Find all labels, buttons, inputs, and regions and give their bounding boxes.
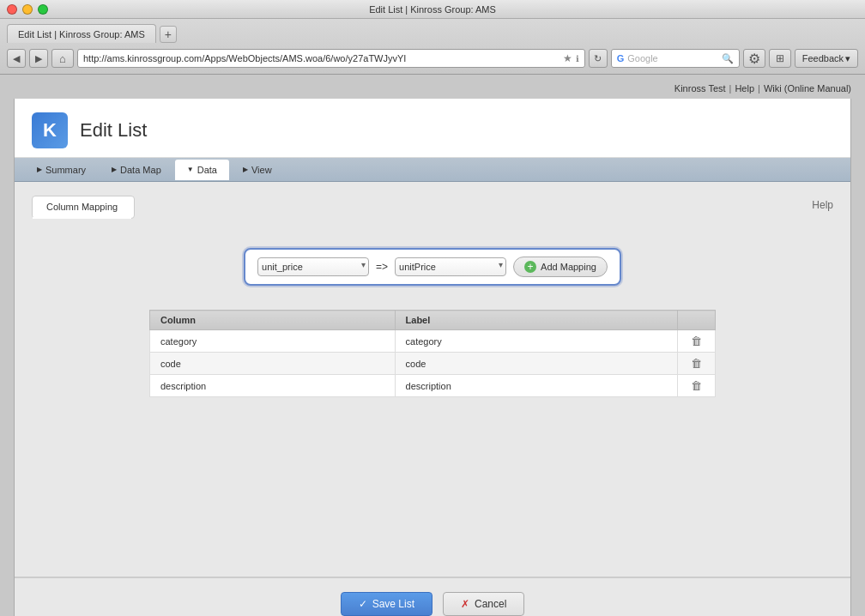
google-icon: G bbox=[617, 53, 625, 63]
maximize-button[interactable] bbox=[38, 4, 48, 15]
table-row: description description 🗑 bbox=[150, 375, 716, 397]
page-top: K Edit List bbox=[15, 99, 850, 158]
page-title: Edit List bbox=[80, 119, 147, 142]
cell-label-2: description bbox=[395, 375, 678, 397]
add-icon: + bbox=[524, 261, 536, 273]
separator: | bbox=[729, 83, 732, 94]
search-bar[interactable]: G Google 🔍 bbox=[611, 49, 740, 68]
window-controls bbox=[7, 4, 48, 15]
col-header-column: Column bbox=[150, 311, 396, 330]
cancel-x-icon: ✗ bbox=[461, 598, 469, 610]
datamap-tri-icon: ▶ bbox=[112, 166, 117, 173]
table-row: category category 🗑 bbox=[150, 330, 716, 353]
cell-column-2: description bbox=[150, 375, 396, 397]
grid-button[interactable]: ⊞ bbox=[769, 49, 791, 68]
column-mapping-tab[interactable]: Column Mapping bbox=[32, 196, 135, 219]
info-icon: ℹ bbox=[576, 54, 579, 63]
tab-view[interactable]: ▶ View bbox=[231, 160, 284, 180]
browser-tab[interactable]: Edit List | Kinross Group: AMS bbox=[7, 24, 156, 43]
addon-button[interactable]: ⚙ bbox=[743, 49, 765, 68]
from-column-select[interactable]: unit_price category code description bbox=[257, 257, 369, 276]
forward-button[interactable]: ▶ bbox=[29, 49, 48, 68]
save-checkmark-icon: ✓ bbox=[359, 598, 367, 610]
feedback-dropdown-icon: ▾ bbox=[845, 53, 850, 64]
window-title: Edit List | Kinross Group: AMS bbox=[369, 4, 496, 15]
save-list-button[interactable]: ✓ Save List bbox=[341, 592, 432, 616]
cancel-button[interactable]: ✗ Cancel bbox=[443, 592, 524, 616]
add-mapping-button[interactable]: + Add Mapping bbox=[513, 257, 608, 277]
feedback-label: Feedback bbox=[802, 53, 844, 63]
home-button[interactable]: ⌂ bbox=[51, 49, 74, 68]
cancel-label: Cancel bbox=[475, 598, 506, 610]
logo-letter: K bbox=[43, 119, 57, 142]
feedback-button[interactable]: Feedback ▾ bbox=[795, 49, 858, 68]
tab-summary-label: Summary bbox=[45, 165, 86, 175]
to-column-select[interactable]: unitPrice category code description bbox=[395, 257, 506, 276]
main-area: Column Mapping Help unit_price category … bbox=[15, 182, 850, 577]
browser-chrome: Edit List | Kinross Group: AMS + ◀ ▶ ⌂ h… bbox=[0, 19, 865, 75]
cell-action-0: 🗑 bbox=[678, 330, 716, 353]
cell-action-1: 🗑 bbox=[678, 353, 716, 375]
title-bar: Edit List | Kinross Group: AMS bbox=[0, 0, 865, 19]
tab-bar: Edit List | Kinross Group: AMS + bbox=[0, 19, 865, 43]
cell-column-0: category bbox=[150, 330, 396, 353]
add-mapping-label: Add Mapping bbox=[541, 262, 596, 272]
col-header-label: Label bbox=[395, 311, 678, 330]
wiki-link[interactable]: Wiki (Online Manual) bbox=[764, 83, 851, 94]
tab-datamap-label: Data Map bbox=[120, 165, 161, 175]
help-link[interactable]: Help bbox=[735, 83, 754, 94]
tab-view-label: View bbox=[251, 165, 272, 175]
tab-datamap[interactable]: ▶ Data Map bbox=[100, 160, 173, 180]
address-text: http://ams.kinrossgroup.com/Apps/WebObje… bbox=[83, 53, 560, 63]
tab-data[interactable]: ▼ Data bbox=[175, 160, 229, 180]
search-icon: 🔍 bbox=[722, 53, 734, 64]
app-logo: K bbox=[32, 112, 68, 148]
footer-buttons: ✓ Save List ✗ Cancel bbox=[15, 577, 850, 616]
bookmark-icon: ★ bbox=[563, 52, 572, 64]
tab-data-label: Data bbox=[197, 165, 217, 175]
new-tab-button[interactable]: + bbox=[160, 26, 177, 43]
user-name: Kinross Test bbox=[674, 83, 726, 94]
tab-label: Edit List | Kinross Group: AMS bbox=[18, 29, 145, 39]
save-label: Save List bbox=[372, 598, 414, 610]
minimize-button[interactable] bbox=[22, 4, 33, 15]
reload-button[interactable]: ↻ bbox=[589, 49, 608, 68]
delete-icon-1[interactable]: 🗑 bbox=[691, 357, 702, 370]
nav-tabs: ▶ Summary ▶ Data Map ▼ Data ▶ View bbox=[15, 158, 850, 182]
cell-action-2: 🗑 bbox=[678, 375, 716, 397]
tab-summary[interactable]: ▶ Summary bbox=[25, 160, 98, 180]
view-tri-icon: ▶ bbox=[243, 166, 248, 173]
address-bar[interactable]: http://ams.kinrossgroup.com/Apps/WebObje… bbox=[77, 49, 585, 68]
separator2: | bbox=[758, 83, 760, 94]
col-header-action bbox=[678, 311, 716, 330]
column-mapping-label: Column Mapping bbox=[33, 196, 131, 219]
delete-icon-2[interactable]: 🗑 bbox=[691, 379, 702, 392]
cell-column-1: code bbox=[150, 353, 396, 375]
back-button[interactable]: ◀ bbox=[7, 49, 26, 68]
from-select-wrapper: unit_price category code description bbox=[257, 257, 369, 276]
data-tri-icon: ▼ bbox=[187, 166, 194, 173]
to-select-wrapper: unitPrice category code description bbox=[395, 257, 506, 276]
summary-tri-icon: ▶ bbox=[37, 166, 42, 173]
page-content: K Edit List ▶ Summary ▶ Data Map ▼ Data … bbox=[14, 99, 851, 616]
mapping-input-row: unit_price category code description => … bbox=[244, 248, 621, 286]
page-outer: Kinross Test | Help | Wiki (Online Manua… bbox=[0, 75, 865, 616]
arrow-label: => bbox=[376, 261, 388, 273]
table-row: code code 🗑 bbox=[150, 353, 716, 375]
mapping-table: Column Label category category 🗑 bbox=[149, 310, 716, 397]
search-placeholder: Google bbox=[627, 53, 717, 63]
close-button[interactable] bbox=[7, 4, 17, 15]
help-section-label: Help bbox=[812, 199, 833, 211]
cell-label-1: code bbox=[395, 353, 678, 375]
delete-icon-0[interactable]: 🗑 bbox=[691, 335, 702, 347]
toolbar-row: ◀ ▶ ⌂ http://ams.kinrossgroup.com/Apps/W… bbox=[0, 43, 865, 74]
page-header-bar: Kinross Test | Help | Wiki (Online Manua… bbox=[7, 78, 858, 99]
cell-label-0: category bbox=[395, 330, 678, 353]
